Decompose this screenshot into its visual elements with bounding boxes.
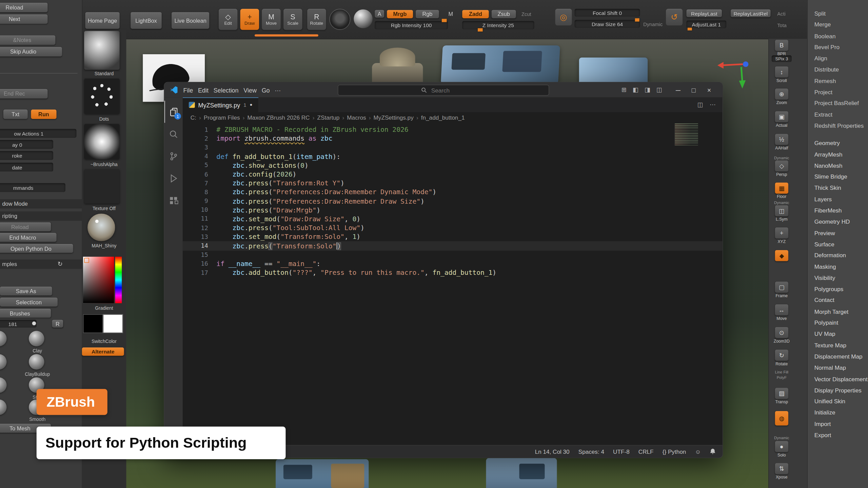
code-line[interactable]: 14 zbc.press("Transform:Solo") bbox=[183, 242, 723, 250]
menu-item[interactable]: Remesh bbox=[808, 75, 868, 86]
breadcrumb-item[interactable]: Macros bbox=[339, 114, 366, 121]
stroke-preview-icon[interactable] bbox=[329, 9, 350, 30]
delay-slider[interactable]: ay 0 bbox=[0, 140, 53, 149]
code-editor[interactable]: 1# ZBRUSH MACRO - Recorded in ZBrush ver… bbox=[183, 122, 723, 445]
floor-button[interactable]: ▦Floor bbox=[771, 183, 793, 199]
breadcrumb-item[interactable]: MyZSettings.py bbox=[366, 114, 414, 121]
rotate-view-button[interactable]: ↻Rotate bbox=[771, 350, 793, 366]
breadcrumb-item[interactable]: Maxon ZBrush 2026 RC bbox=[240, 114, 310, 121]
menu-item[interactable]: Visibility bbox=[808, 272, 868, 283]
code-line[interactable]: 13 zbc.set_mod("Transform:Solo", 1) bbox=[183, 232, 723, 241]
transp-button[interactable]: ▨Transp bbox=[771, 388, 793, 404]
r-button[interactable]: R bbox=[52, 320, 63, 328]
menu-go[interactable]: Go bbox=[262, 87, 270, 94]
brush-thumb-cut[interactable] bbox=[0, 354, 7, 370]
scroll-button[interactable]: ↕Scroll bbox=[771, 66, 793, 83]
menu-item[interactable]: Unified Skin bbox=[808, 396, 868, 407]
vscode-titlebar[interactable]: File Edit Selection View Go ··· ← → ⊞ ◧ … bbox=[164, 82, 723, 97]
reload-macro-button[interactable]: Reload bbox=[0, 222, 51, 231]
actual-icon[interactable]: ▣ bbox=[775, 111, 788, 122]
brush-thumb-cut[interactable] bbox=[0, 331, 7, 346]
replay-last-rel-button[interactable]: ReplayLastRel bbox=[731, 9, 771, 17]
menu-item[interactable]: Normal Map bbox=[808, 362, 868, 373]
code-line[interactable]: 15 bbox=[183, 250, 723, 259]
xyz-icon[interactable]: + bbox=[775, 227, 788, 239]
reload-button[interactable]: Reload bbox=[0, 3, 47, 12]
solo-icon[interactable]: ● bbox=[775, 441, 788, 452]
refresh-icon[interactable]: ↻ bbox=[58, 261, 63, 268]
frame-button[interactable]: ▢Frame bbox=[771, 282, 793, 298]
draw-size-slider[interactable]: Draw Size 64 bbox=[575, 20, 640, 28]
menu-edit[interactable]: Edit bbox=[198, 87, 209, 94]
zoom3d-button[interactable]: ⊙Zoom3D bbox=[771, 327, 793, 344]
close-button[interactable]: × bbox=[702, 86, 717, 94]
code-line[interactable]: 12 zbc.press("Tool:SubTool:All Low") bbox=[183, 224, 723, 232]
status-spaces[interactable]: Spaces: 4 bbox=[578, 448, 604, 455]
rotate-tool-button[interactable]: RRotate bbox=[307, 9, 326, 30]
current-stroke-thumb[interactable] bbox=[84, 79, 119, 114]
ghost-button[interactable]: ◍ bbox=[771, 411, 793, 425]
xpose-icon[interactable]: ⇅ bbox=[775, 463, 788, 474]
transp-icon[interactable]: ▨ bbox=[775, 388, 788, 399]
layout-secondary-icon[interactable]: ◫ bbox=[656, 86, 662, 94]
end-macro-button[interactable]: End Macro bbox=[0, 233, 57, 242]
frame-icon[interactable]: ▢ bbox=[775, 282, 788, 293]
status-language[interactable]: {} Python bbox=[663, 448, 686, 455]
update-slider[interactable]: date bbox=[0, 163, 53, 171]
menu-item[interactable]: Deformation bbox=[808, 250, 868, 261]
menu-file[interactable]: File bbox=[183, 87, 193, 94]
floor-icon[interactable]: ▦ bbox=[775, 183, 788, 194]
menu-item[interactable]: Morph Target bbox=[808, 306, 868, 317]
zsub-button[interactable]: Zsub bbox=[492, 10, 516, 18]
select-icon-button[interactable]: SelectIcon bbox=[0, 298, 58, 306]
color-picker-square[interactable] bbox=[83, 257, 114, 303]
tota-label[interactable]: Tota bbox=[777, 23, 787, 28]
breadcrumb-item[interactable]: C: bbox=[191, 114, 196, 121]
txt-button[interactable]: Txt bbox=[3, 109, 28, 119]
hue-bar[interactable] bbox=[115, 257, 122, 303]
code-line[interactable]: 1# ZBRUSH MACRO - Recorded in ZBrush ver… bbox=[183, 125, 723, 134]
code-line[interactable]: 17 zbc.add_button("???", "Press to run t… bbox=[183, 268, 723, 277]
menu-item[interactable]: Layers bbox=[808, 194, 868, 205]
code-line[interactable]: 5 zbc.show_actions(0) bbox=[183, 161, 723, 170]
current-texture-thumb[interactable] bbox=[84, 169, 119, 204]
minimap[interactable] bbox=[674, 123, 698, 145]
lightbox-button[interactable]: LightBox bbox=[131, 12, 161, 29]
menu-item[interactable]: Display Properties bbox=[808, 384, 868, 395]
minimize-button[interactable]: ─ bbox=[670, 86, 686, 94]
replay-last-button[interactable]: ReplayLast bbox=[686, 9, 722, 17]
status-eol[interactable]: CRLF bbox=[638, 448, 654, 455]
aahalf-icon[interactable]: ½ bbox=[775, 134, 788, 145]
split-editor-icon[interactable]: ◫ bbox=[697, 101, 703, 108]
code-line[interactable]: 8 zbc.press("Preferences:Draw:Remember D… bbox=[183, 188, 723, 197]
color-picker-cursor[interactable] bbox=[84, 258, 89, 263]
menu-more[interactable]: ··· bbox=[275, 87, 281, 94]
stroke-slider[interactable]: roke bbox=[0, 151, 53, 160]
source-control-icon[interactable] bbox=[164, 145, 183, 167]
focal-shift-slider[interactable]: Focal Shift 0 bbox=[575, 9, 640, 17]
draw-tool-button[interactable]: +Draw bbox=[240, 9, 259, 30]
menu-view[interactable]: View bbox=[243, 87, 257, 94]
draw-size-handle[interactable] bbox=[635, 18, 639, 22]
menu-item[interactable]: Align bbox=[808, 53, 868, 64]
code-line[interactable]: 4def fn_add_button_1(item_path): bbox=[183, 152, 723, 161]
layout-panel-icon[interactable]: ◨ bbox=[645, 86, 650, 94]
commands-slider[interactable]: mmands bbox=[0, 183, 65, 192]
menu-item[interactable]: FiberMesh bbox=[808, 205, 868, 216]
acti-label[interactable]: Acti bbox=[777, 11, 786, 17]
polyf-label[interactable]: PolyF bbox=[771, 376, 793, 380]
tab-myzsettings[interactable]: MyZSettings.py 1 ● bbox=[183, 97, 259, 112]
menu-item[interactable]: Distribute bbox=[808, 64, 868, 75]
brushes-button[interactable]: Brushes bbox=[0, 309, 51, 318]
zadd-button[interactable]: Zadd bbox=[462, 10, 489, 18]
live-boolean-button[interactable]: Live Boolean bbox=[172, 12, 209, 29]
menu-item[interactable]: NanoMesh bbox=[808, 160, 868, 171]
move-view-icon[interactable]: ↔ bbox=[775, 304, 788, 316]
search-input[interactable] bbox=[430, 86, 466, 94]
slider-knob[interactable] bbox=[32, 322, 36, 325]
menu-item[interactable]: Import bbox=[808, 418, 868, 429]
menu-item[interactable]: Export bbox=[808, 429, 868, 441]
code-line[interactable]: 7 zbc.press("Transform:Rot Y") bbox=[183, 179, 723, 188]
brush-thumb-cut[interactable] bbox=[0, 400, 7, 415]
menu-item[interactable]: Slime Bridge bbox=[808, 171, 868, 182]
